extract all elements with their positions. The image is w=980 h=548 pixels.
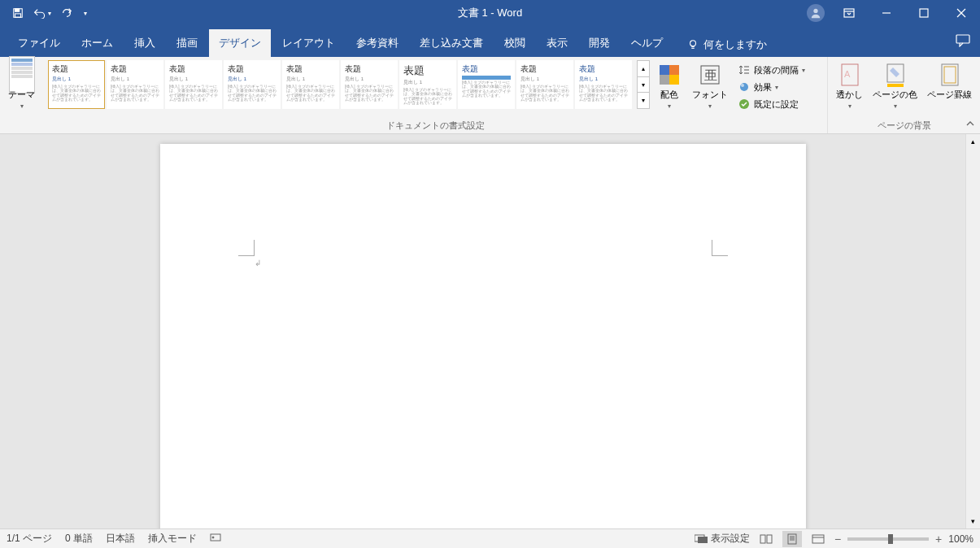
set-default-button[interactable]: 既定に設定 [734, 96, 808, 112]
svg-text:亜: 亜 [704, 68, 717, 82]
scroll-up-button[interactable]: ▴ [966, 134, 980, 149]
collapse-ribbon-button[interactable] [965, 119, 975, 130]
save-button[interactable] [7, 2, 29, 24]
chevron-down-icon: ▾ [84, 10, 87, 17]
style-set-item[interactable]: 表題 [挿入] タブのギャラリーには、文書全体の体裁に合わせて調整するためのアイ… [458, 60, 515, 109]
style-set-item[interactable]: 表題 見出し 1 [挿入] タブのギャラリーには、文書全体の体裁に合わせて調整す… [399, 60, 456, 109]
chevron-down-icon: ▾ [848, 102, 852, 110]
status-bar: 1/1 ページ 0 単語 日本語 挿入モード 表示設定 − + 100% [0, 528, 980, 548]
scrollbar-track[interactable] [966, 149, 980, 514]
gallery-scroll: ▴ ▾ ▾ [637, 60, 650, 109]
status-page[interactable]: 1/1 ページ [7, 532, 52, 546]
redo-button[interactable] [55, 2, 78, 24]
style-set-item[interactable]: 表題 見出し 1 [挿入] タブのギャラリーには、文書全体の体裁に合わせて調整す… [107, 60, 163, 109]
svg-point-30 [740, 83, 748, 91]
style-set-item[interactable]: 表題 見出し 1 [挿入] タブのギャラリーには、文書全体の体裁に合わせて調整す… [575, 60, 632, 109]
chevron-down-icon: ▾ [668, 102, 671, 110]
watermark-button[interactable]: A 透かし▾ [833, 60, 866, 112]
group-label: ドキュメントの書式設定 [386, 118, 485, 132]
minimize-button[interactable] [868, 0, 905, 26]
title-bar: ▾ ▾ 文書 1 - Word [0, 0, 980, 26]
ribbon-tabs: ファイル ホーム 挿入 描画 デザイン レイアウト 参考資料 差し込み文書 校閲… [0, 26, 980, 57]
zoom-slider[interactable] [847, 537, 929, 541]
tab-mailings[interactable]: 差し込み文書 [410, 29, 493, 57]
status-insert-mode[interactable]: 挿入モード [148, 532, 197, 546]
page-color-icon [882, 62, 908, 88]
read-mode-icon [760, 534, 773, 544]
zoom-in-button[interactable]: + [935, 533, 942, 546]
themes-button[interactable]: テーマ▾ [5, 60, 38, 112]
close-button[interactable] [943, 0, 980, 26]
undo-button[interactable]: ▾ [31, 2, 54, 24]
page-color-button[interactable]: ページの色▾ [869, 60, 921, 112]
gallery-scroll-down[interactable]: ▾ [638, 77, 649, 94]
lightbulb-icon [687, 39, 699, 50]
svg-rect-2 [15, 14, 21, 17]
svg-rect-43 [760, 535, 765, 543]
style-set-item[interactable]: 表題 見出し 1 [挿入] タブのギャラリーには、文書全体の体裁に合わせて調整す… [165, 60, 222, 109]
zoom-out-button[interactable]: − [834, 533, 841, 546]
qat-customize-button[interactable]: ▾ [80, 2, 91, 24]
style-set-item[interactable]: 表題 見出し 1 [挿入] タブのギャラリーには、文書全体の体裁に合わせて調整す… [224, 60, 281, 109]
page-borders-button[interactable]: ページ罫線 [924, 60, 975, 102]
paragraph-spacing-icon [738, 63, 751, 76]
gallery-expand[interactable]: ▾ [638, 93, 649, 108]
style-set-item[interactable]: 表題 見出し 1 [挿入] タブのギャラリーには、文書全体の体裁に合わせて調整す… [341, 60, 398, 109]
status-word-count[interactable]: 0 単語 [65, 532, 93, 546]
fonts-button[interactable]: 亜 フォント▾ [689, 60, 731, 112]
svg-point-40 [212, 537, 214, 538]
paragraph-spacing-button[interactable]: 段落の間隔 ▾ [734, 62, 808, 78]
fonts-icon: 亜 [697, 62, 723, 88]
status-language[interactable]: 日本語 [106, 532, 135, 546]
title-bar-right [801, 0, 980, 26]
tab-references[interactable]: 参考資料 [346, 29, 408, 57]
view-read-mode[interactable] [756, 531, 776, 547]
vertical-scrollbar[interactable]: ▴ ▾ [965, 134, 980, 528]
tab-view[interactable]: 表示 [537, 29, 577, 57]
tab-file[interactable]: ファイル [8, 29, 70, 57]
tab-review[interactable]: 校閲 [494, 29, 535, 57]
tab-developer[interactable]: 開発 [579, 29, 620, 57]
style-set-item[interactable]: 表題 見出し 1 [挿入] タブのギャラリーには、文書全体の体裁に合わせて調整す… [282, 60, 339, 109]
tab-help[interactable]: ヘルプ [621, 29, 673, 57]
zoom-slider-thumb[interactable] [888, 534, 893, 544]
maximize-icon [919, 8, 929, 18]
maximize-button[interactable] [905, 0, 943, 26]
group-page-background: A 透かし▾ ページの色▾ ページ罫線 ページの背景 [828, 57, 980, 133]
page-borders-icon [937, 62, 963, 88]
margin-marker [712, 240, 728, 256]
svg-rect-44 [767, 535, 772, 543]
view-print-layout[interactable] [782, 531, 802, 547]
status-macro[interactable] [210, 533, 221, 545]
account-button[interactable] [801, 2, 830, 24]
tab-design[interactable]: デザイン [209, 29, 271, 57]
document-page[interactable]: ↲ [160, 144, 806, 528]
share-button[interactable] [956, 34, 980, 57]
display-settings-button[interactable]: 表示設定 [695, 532, 750, 546]
gallery-scroll-up[interactable]: ▴ [638, 61, 649, 77]
svg-rect-4 [844, 9, 854, 17]
tab-layout[interactable]: レイアウト [272, 29, 345, 57]
tab-insert[interactable]: 挿入 [124, 29, 165, 57]
tab-draw[interactable]: 描画 [167, 29, 207, 57]
person-icon [807, 4, 825, 22]
style-set-item[interactable]: 表題 見出し 1 [挿入] タブのギャラリーには、文書全体の体裁に合わせて調整す… [48, 60, 105, 109]
tab-home[interactable]: ホーム [72, 29, 123, 57]
style-set-item[interactable]: 表題 見出し 1 [挿入] タブのギャラリーには、文書全体の体裁に合わせて調整す… [516, 60, 573, 109]
svg-rect-16 [660, 65, 669, 75]
view-web-layout[interactable] [808, 531, 828, 547]
scroll-down-button[interactable]: ▾ [966, 514, 980, 528]
colors-button[interactable]: 配色▾ [653, 60, 686, 112]
ribbon-display-button[interactable] [830, 0, 868, 26]
svg-rect-17 [669, 65, 679, 75]
zoom-level[interactable]: 100% [948, 533, 973, 545]
effects-button[interactable]: 効果 ▾ [734, 79, 808, 95]
tell-me-search[interactable]: 何をしますか [677, 33, 777, 57]
style-set-gallery[interactable]: 表題 見出し 1 [挿入] タブのギャラリーには、文書全体の体裁に合わせて調整す… [48, 60, 634, 109]
chevron-down-icon: ▾ [775, 84, 778, 91]
status-right: 表示設定 − + 100% [695, 531, 973, 547]
group-document-formatting: 表題 見出し 1 [挿入] タブのギャラリーには、文書全体の体裁に合わせて調整す… [43, 57, 828, 133]
document-scroll[interactable]: ↲ [0, 134, 965, 528]
check-icon [738, 98, 751, 111]
effects-icon [738, 80, 751, 94]
